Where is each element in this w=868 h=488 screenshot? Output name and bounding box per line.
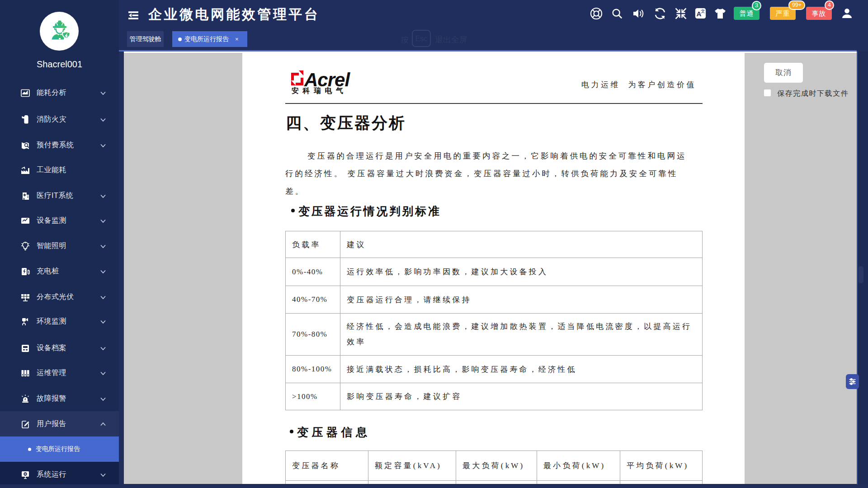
svg-text:文: 文 xyxy=(701,9,705,14)
